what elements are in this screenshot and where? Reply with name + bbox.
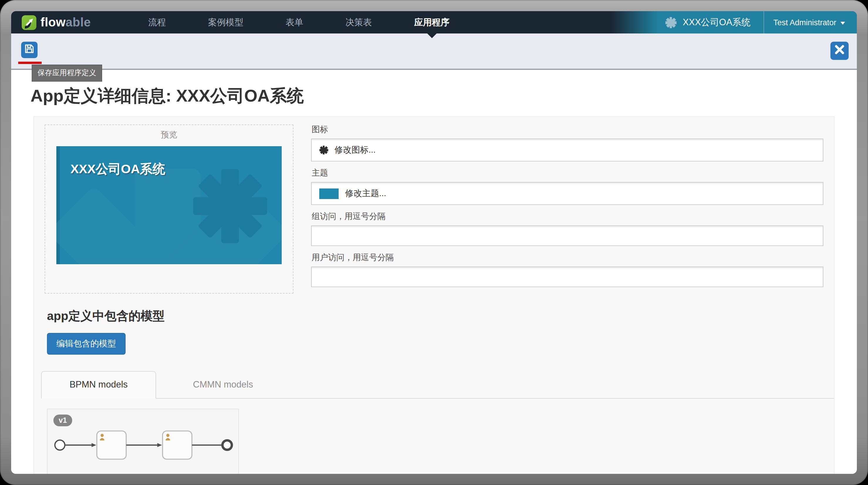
user-access-input[interactable]: [311, 267, 824, 287]
user-menu[interactable]: Test Administrator: [763, 11, 857, 33]
menu-item-forms[interactable]: 表单: [265, 11, 324, 33]
editor-toolbar: 保存应用程序定义: [11, 33, 857, 70]
app-tile-preview: XXX公司OA系统: [56, 146, 282, 264]
app-definition-panel: 预览 XXX公司OA系统 图标: [33, 116, 835, 474]
models-section-title: app定义中包含的模型: [47, 308, 834, 324]
icon-field-label: 图标: [312, 124, 824, 135]
save-button[interactable]: [21, 42, 37, 58]
screenshot-stage: flowable 流程 案例模型 表单 决策表 应用程序 XXX公司OA系统 T…: [0, 0, 868, 485]
tab-cmmn-models[interactable]: CMMN models: [156, 372, 290, 398]
theme-field-label: 主题: [312, 168, 824, 179]
change-icon-picker[interactable]: 修改图标...: [311, 139, 824, 161]
current-app-badge[interactable]: XXX公司OA系统: [611, 11, 764, 33]
window-frame: flowable 流程 案例模型 表单 决策表 应用程序 XXX公司OA系统 T…: [0, 0, 868, 485]
save-tooltip: 保存应用程序定义: [32, 65, 102, 82]
edit-included-models-button[interactable]: 编辑包含的模型: [47, 333, 125, 355]
menu-item-processes[interactable]: 流程: [127, 11, 187, 33]
group-access-label: 组访问，用逗号分隔: [312, 211, 824, 222]
menu-item-decision-tables[interactable]: 决策表: [324, 11, 393, 33]
user-access-label: 用户访问，用逗号分隔: [312, 252, 824, 263]
user-name: Test Administrator: [773, 18, 836, 27]
flowable-modeler-window: flowable 流程 案例模型 表单 决策表 应用程序 XXX公司OA系统 T…: [11, 11, 857, 474]
group-access-input[interactable]: [311, 225, 824, 246]
theme-color-swatch: [319, 188, 339, 199]
model-type-tabs: BPMN models CMMN models: [41, 371, 834, 399]
page-title: App定义详细信息: XXX公司OA系统: [31, 85, 835, 108]
menu-item-case-models[interactable]: 案例模型: [187, 11, 265, 33]
bpmn-model-card[interactable]: v1: [47, 409, 239, 474]
asterisk-icon: [193, 169, 267, 243]
bpmn-diagram-preview: [51, 423, 237, 469]
app-preview-box: 预览 XXX公司OA系统: [44, 124, 293, 294]
top-navbar: flowable 流程 案例模型 表单 决策表 应用程序 XXX公司OA系统 T…: [11, 11, 857, 33]
close-button[interactable]: [831, 42, 849, 60]
definition-top-row: 预览 XXX公司OA系统 图标: [34, 117, 834, 299]
preview-label: 预览: [45, 130, 293, 140]
flowable-logo[interactable]: flowable: [22, 11, 91, 33]
change-theme-picker[interactable]: 修改主题...: [311, 182, 824, 205]
asterisk-icon: [319, 146, 328, 154]
app-settings-form: 图标 修改图标... 主题 修改主题... 组访问，用逗号分隔: [311, 124, 824, 294]
current-app-name: XXX公司OA系统: [683, 16, 751, 28]
navbar-right-section: XXX公司OA系统 Test Administrator: [611, 11, 857, 33]
main-menu: 流程 案例模型 表单 决策表 应用程序: [127, 11, 470, 33]
flowable-logo-text: flowable: [40, 15, 91, 29]
save-icon: [24, 43, 35, 56]
chevron-down-icon: [840, 22, 845, 24]
app-tile-title: XXX公司OA系统: [70, 160, 165, 177]
main-content: App定义详细信息: XXX公司OA系统 预览 XXX公司OA系统: [11, 70, 857, 474]
bpmn-model-thumbnail: v1: [48, 409, 238, 474]
flowable-logo-icon: [22, 15, 36, 30]
app-asterisk-icon: [665, 17, 676, 28]
change-icon-label: 修改图标...: [335, 145, 376, 156]
menu-item-apps[interactable]: 应用程序: [393, 11, 470, 33]
tab-bpmn-models[interactable]: BPMN models: [41, 371, 156, 399]
change-theme-label: 修改主题...: [345, 188, 386, 199]
close-icon: [835, 44, 844, 57]
annotation-highlight-underline: [18, 62, 42, 64]
